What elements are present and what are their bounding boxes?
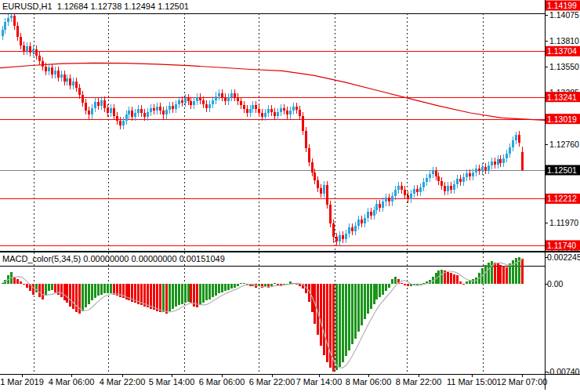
candle-body xyxy=(60,74,63,78)
candle-body xyxy=(453,184,455,191)
macd-bar xyxy=(172,284,174,309)
level-badge-label[interactable]: 1.12212 xyxy=(547,194,577,203)
current-price-badge-label: 1.12501 xyxy=(547,165,577,175)
candle-body xyxy=(437,176,440,181)
candle-body xyxy=(230,93,233,97)
time-axis: 1 Mar 20194 Mar 06:004 Mar 22:005 Mar 14… xyxy=(0,375,547,387)
candle-body xyxy=(240,101,242,105)
macd-bar xyxy=(175,284,177,307)
level-badge-label[interactable]: 1.13241 xyxy=(547,93,577,102)
level-badge-label[interactable]: 1.14199 xyxy=(547,1,577,10)
macd-bar xyxy=(466,281,468,284)
macd-bar xyxy=(270,284,273,286)
time-axis-label: 8 Mar 22:00 xyxy=(396,377,442,387)
candle-body xyxy=(518,135,520,143)
macd-bar xyxy=(385,284,387,291)
time-axis-label: 12 Mar 07:00 xyxy=(497,377,548,387)
macd-bar xyxy=(494,263,496,284)
candle-body xyxy=(469,173,471,176)
macd-bar xyxy=(60,284,63,297)
candle-body xyxy=(429,174,431,178)
macd-bar xyxy=(323,284,325,355)
macd-bar xyxy=(26,284,28,288)
macd-bar xyxy=(407,284,409,286)
candle-body xyxy=(435,171,437,176)
macd-bar xyxy=(63,284,66,300)
macd-bar xyxy=(361,284,363,325)
macd-bar xyxy=(227,284,230,290)
candle-body xyxy=(184,98,187,103)
level-badge-label[interactable]: 1.13704 xyxy=(547,46,577,56)
macd-bar xyxy=(364,284,366,319)
candle-body xyxy=(292,107,295,111)
macd-bar xyxy=(66,284,68,303)
candle-body xyxy=(261,113,263,117)
time-axis-label: 7 Mar 14:00 xyxy=(296,377,343,387)
candle-body xyxy=(410,194,412,198)
candle-body xyxy=(506,154,508,158)
candle-body xyxy=(45,67,47,71)
time-axis-label: 4 Mar 22:00 xyxy=(100,377,146,387)
chart-title: EURUSD,H1 1.12684 1.12738 1.12494 1.1250… xyxy=(2,2,189,11)
candle-body xyxy=(289,111,292,114)
candle-body xyxy=(295,107,298,110)
candle-body xyxy=(181,100,183,103)
candle-body xyxy=(419,187,422,192)
macd-bar xyxy=(212,284,214,297)
macd-bar xyxy=(388,284,390,288)
time-axis-label: 6 Mar 22:00 xyxy=(249,377,295,387)
candle-body xyxy=(499,159,502,163)
candle-body xyxy=(416,189,419,192)
macd-bar xyxy=(234,284,236,288)
level-badge-label[interactable]: 1.11740 xyxy=(547,241,576,250)
candle-body xyxy=(162,111,165,114)
time-axis-label: 1 Mar 2019 xyxy=(0,377,44,387)
candle-body xyxy=(208,104,211,108)
candle-body xyxy=(280,108,282,112)
candle-body xyxy=(221,93,223,97)
macd-bar xyxy=(401,283,403,285)
candle-body xyxy=(2,30,4,36)
candle-body xyxy=(283,108,285,111)
candle-body xyxy=(375,204,378,210)
candle-body xyxy=(196,97,198,101)
macd-bar xyxy=(506,267,508,284)
candle-body xyxy=(277,112,279,116)
macd-bar xyxy=(277,284,279,285)
candle-body xyxy=(94,102,96,108)
candle-body xyxy=(159,107,161,111)
macd-bar xyxy=(150,284,152,309)
price-tick-label: 1.11970 xyxy=(549,218,578,227)
macd-bar xyxy=(345,284,347,356)
candle-body xyxy=(224,97,227,101)
candle-body xyxy=(512,140,514,147)
candle-body xyxy=(509,147,511,154)
macd-bar xyxy=(224,284,227,291)
macd-bar xyxy=(82,284,84,311)
candle-body xyxy=(153,108,155,111)
macd-bar xyxy=(422,283,425,285)
candle-body xyxy=(267,109,270,113)
macd-bar xyxy=(416,284,419,285)
macd-bar xyxy=(499,265,502,284)
candle-body xyxy=(75,82,78,89)
macd-bar xyxy=(382,284,384,295)
candle-body xyxy=(521,152,524,170)
candle-body xyxy=(413,189,415,194)
candle-body xyxy=(329,205,332,223)
candle-body xyxy=(311,162,314,172)
candle-body xyxy=(125,114,128,121)
candle-body xyxy=(373,210,375,216)
time-axis-label: 11 Mar 15:00 xyxy=(447,377,497,387)
macd-bar xyxy=(240,283,242,285)
macd-bar xyxy=(367,284,369,314)
macd-bar xyxy=(51,284,53,290)
macd-bar xyxy=(274,283,276,285)
candle-body xyxy=(169,106,171,110)
level-badge-label[interactable]: 1.13019 xyxy=(547,114,577,124)
candle-body xyxy=(175,104,177,109)
chart-canvas: 1.140751.138101.135501.132851.127601.119… xyxy=(0,0,580,392)
price-tick-label: 1.13810 xyxy=(549,36,579,45)
candle-body xyxy=(187,98,190,101)
candle-body xyxy=(502,158,505,163)
